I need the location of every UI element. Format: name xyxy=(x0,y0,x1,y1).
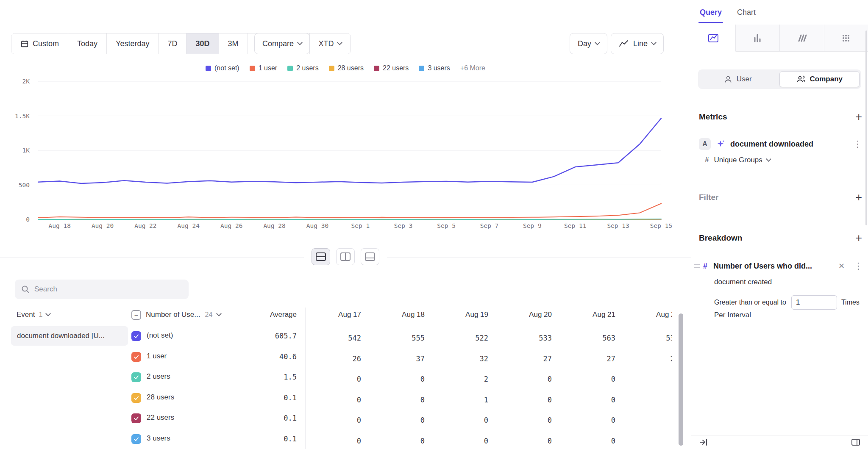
side-panel-icon[interactable] xyxy=(851,438,860,446)
range-button-yesterday[interactable]: Yesterday xyxy=(106,33,158,54)
legend-label: 1 user xyxy=(259,64,277,72)
table-row[interactable]: 28 users0.1001000 xyxy=(0,388,691,408)
svg-text:Sep 7: Sep 7 xyxy=(480,222,499,229)
row-value-cell: 542 xyxy=(305,332,369,344)
add-breakdown-button[interactable]: + xyxy=(855,234,862,242)
panel-scrollbar[interactable] xyxy=(865,30,867,225)
legend-item[interactable]: 3 users xyxy=(419,64,450,72)
range-button-30d[interactable]: 30D xyxy=(186,33,218,54)
row-checkbox[interactable] xyxy=(131,352,141,362)
metric-card[interactable]: A document downloaded ⋮ xyxy=(699,136,862,152)
collapse-panel-icon[interactable] xyxy=(699,438,708,447)
row-checkbox[interactable] xyxy=(131,372,141,382)
legend-item[interactable]: 28 users xyxy=(329,64,364,72)
chart-legend: (not set)1 user2 users28 users22 users3 … xyxy=(0,64,691,72)
entity-user-option[interactable]: User xyxy=(698,69,778,89)
entity-toggle: User Company xyxy=(698,69,861,89)
range-label: 30D xyxy=(195,39,209,48)
range-button-3m[interactable]: 3M xyxy=(219,33,248,54)
range-button-custom[interactable]: Custom xyxy=(11,33,68,54)
row-label: 3 users xyxy=(147,434,170,443)
legend-swatch xyxy=(206,66,211,71)
aggregation-dropdown[interactable]: Unique Groups xyxy=(714,156,770,164)
query-panel: Query Chart User Company xyxy=(691,0,868,449)
legend-item[interactable]: 1 user xyxy=(250,64,277,72)
table-row[interactable]: 22 users0.1000000 xyxy=(0,408,691,429)
row-values: 263732272728 xyxy=(305,352,672,365)
metric-letter-badge: A xyxy=(699,138,711,150)
chevron-down-icon xyxy=(595,40,600,45)
search-input[interactable] xyxy=(34,285,183,294)
row-checkbox[interactable] xyxy=(131,331,141,341)
breakdown-menu-icon[interactable]: ⋮ xyxy=(854,261,863,271)
numeric-property-icon: # xyxy=(703,262,707,271)
add-metric-button[interactable]: + xyxy=(855,113,862,121)
row-value-cell: 563 xyxy=(559,332,623,344)
row-value-cell: 533 xyxy=(496,332,559,344)
table-scrollbar[interactable] xyxy=(679,313,683,446)
row-value-cell: 0 xyxy=(496,435,559,447)
legend-label: 3 users xyxy=(428,64,450,72)
row-checkbox[interactable] xyxy=(131,434,141,444)
chart-canvas[interactable]: 05001K1.5K2KAug 18Aug 20Aug 22Aug 24Aug … xyxy=(8,76,678,237)
date-column-header: Aug 18 xyxy=(369,308,432,321)
row-label: (not set) xyxy=(147,331,173,340)
metric-menu-icon[interactable]: ⋮ xyxy=(853,139,862,149)
company-icon xyxy=(796,75,806,83)
table-row[interactable]: (not set)605.7542555522533563530 xyxy=(0,326,691,346)
row-checkbox[interactable] xyxy=(131,413,141,423)
select-all-checkbox[interactable]: − xyxy=(131,310,141,320)
granularity-label: Day xyxy=(578,39,591,48)
svg-text:Aug 26: Aug 26 xyxy=(220,222,242,229)
row-value-cell: 0 xyxy=(496,394,559,406)
chart-type-flow-icon[interactable] xyxy=(780,25,824,52)
svg-text:Sep 9: Sep 9 xyxy=(523,222,542,229)
layout-split-horizontal-icon[interactable] xyxy=(312,248,330,265)
row-average: 0.1 xyxy=(237,394,297,402)
legend-item[interactable]: (not set) xyxy=(206,64,239,72)
svg-text:500: 500 xyxy=(19,182,30,188)
add-filter-button[interactable]: + xyxy=(855,193,862,202)
date-column-header: Aug 19 xyxy=(432,308,496,321)
breakdown-value-input[interactable] xyxy=(791,295,837,310)
row-values: 001000 xyxy=(305,394,672,406)
remove-breakdown-icon[interactable]: ✕ xyxy=(838,261,845,271)
table-row[interactable]: 2 users1.5002000 xyxy=(0,367,691,388)
layout-split-vertical-icon[interactable] xyxy=(336,248,355,265)
layout-bottom-panel-icon[interactable] xyxy=(361,248,379,265)
chevron-down-icon xyxy=(46,311,51,316)
row-values: 000000 xyxy=(305,414,672,427)
chart-style-button[interactable]: Line xyxy=(611,33,664,54)
svg-text:Aug 18: Aug 18 xyxy=(49,222,71,229)
row-value-cell: 1 xyxy=(432,394,496,406)
search-icon xyxy=(21,285,30,294)
row-label: 1 user xyxy=(147,352,167,360)
row-checkbox[interactable] xyxy=(131,393,141,403)
entity-company-option[interactable]: Company xyxy=(779,71,860,87)
chart-type-more-icon[interactable] xyxy=(824,25,868,52)
tab-query[interactable]: Query xyxy=(700,8,722,17)
legend-item[interactable]: 2 users xyxy=(287,64,318,72)
table-row[interactable]: 1 user40.6263732272728 xyxy=(0,347,691,367)
legend-swatch xyxy=(329,66,334,71)
granularity-button[interactable]: Day xyxy=(570,33,607,54)
event-column-header[interactable]: Event 1 xyxy=(17,308,50,321)
table-row[interactable]: 3 users0.1000000 xyxy=(0,429,691,449)
line-chart[interactable]: 05001K1.5K2KAug 18Aug 20Aug 22Aug 24Aug … xyxy=(8,76,678,237)
user-icon xyxy=(724,75,732,83)
series-column-header[interactable]: − Number of Use... 24 xyxy=(131,308,221,321)
breakdown-event-name: document created xyxy=(714,278,772,286)
chart-type-line-icon[interactable] xyxy=(691,25,736,52)
range-button-today[interactable]: Today xyxy=(68,33,106,54)
compare-button[interactable]: Compare xyxy=(254,33,310,54)
chart-type-bar-icon[interactable] xyxy=(736,25,780,52)
legend-more[interactable]: +6 More xyxy=(460,64,485,72)
range-button-7d[interactable]: 7D xyxy=(158,33,186,54)
filter-section-header: Filter + xyxy=(699,191,862,203)
breakdown-operator-label: Greater than or equal to xyxy=(714,299,786,306)
row-value-cell: 522 xyxy=(432,332,496,344)
tab-chart[interactable]: Chart xyxy=(737,8,756,17)
range-button-xtd[interactable]: XTD xyxy=(309,33,351,54)
legend-item[interactable]: 22 users xyxy=(374,64,409,72)
drag-handle-icon[interactable] xyxy=(694,263,700,269)
